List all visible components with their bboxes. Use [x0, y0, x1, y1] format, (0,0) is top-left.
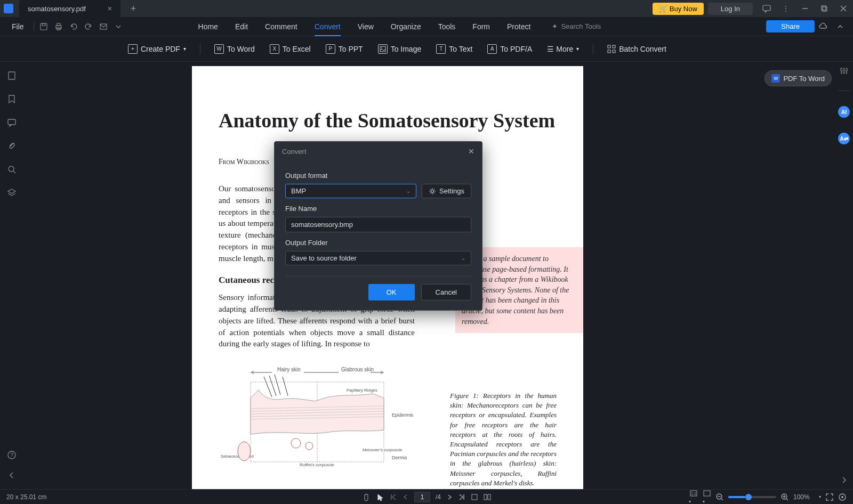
zoom-in-icon[interactable] [780, 493, 789, 501]
zoom-value[interactable]: 100% [793, 493, 815, 501]
menu-tab-comment[interactable]: Comment [256, 17, 306, 36]
ai-icon[interactable]: AI [838, 106, 850, 118]
view-mode1-icon[interactable] [471, 493, 478, 501]
menu-tab-tools[interactable]: Tools [430, 17, 464, 36]
to-word-button[interactable]: W To Word [209, 41, 260, 57]
to-text-button[interactable]: T To Text [431, 41, 478, 57]
attachments-icon[interactable] [6, 141, 17, 151]
help-icon[interactable]: ? [6, 450, 17, 460]
svg-rect-12 [380, 46, 385, 52]
save-icon[interactable] [36, 17, 51, 36]
close-tab-icon[interactable]: × [106, 4, 114, 13]
menu-tab-edit[interactable]: Edit [227, 17, 256, 36]
svg-point-40 [840, 68, 842, 70]
search-tools[interactable]: ✦ Search Tools [552, 22, 601, 30]
login-button[interactable]: Log In [708, 3, 753, 15]
select-tool-icon[interactable] [376, 493, 384, 501]
pdf-to-word-chip[interactable]: W PDF To Word [765, 70, 832, 86]
fit-page-icon[interactable]: ▾ [703, 490, 711, 505]
buy-now-label: Buy Now [670, 5, 697, 13]
page-navigation: /4 [362, 492, 491, 502]
zoom-dropdown-icon[interactable]: ▾ [819, 494, 821, 499]
svg-rect-11 [100, 24, 107, 29]
ok-button[interactable]: OK [368, 284, 415, 300]
svg-rect-46 [484, 494, 487, 500]
zoom-slider[interactable] [728, 496, 776, 498]
first-page-icon[interactable] [390, 493, 397, 501]
share-button[interactable]: Share [766, 20, 815, 32]
menu-tab-form[interactable]: Form [464, 17, 498, 36]
reading-mode-icon[interactable] [838, 493, 847, 501]
output-format-select[interactable]: BMP ⌄ [285, 184, 416, 198]
last-page-icon[interactable] [458, 493, 465, 501]
buy-now-button[interactable]: 🛒 Buy Now [653, 3, 704, 15]
minimize-icon[interactable] [795, 0, 815, 17]
maximize-icon[interactable] [815, 0, 834, 17]
divider [200, 44, 200, 54]
fullscreen-icon[interactable] [825, 493, 834, 501]
feedback-icon[interactable] [757, 0, 776, 17]
menu-tab-convert[interactable]: Convert [306, 17, 349, 36]
settings-button[interactable]: Settings [422, 184, 471, 198]
fig-epidermis: Epidermis [392, 412, 414, 418]
bookmarks-icon[interactable] [6, 94, 17, 104]
next-page-icon[interactable] [446, 494, 453, 500]
file-name-input[interactable] [285, 217, 471, 232]
menu-tab-home[interactable]: Home [190, 17, 227, 36]
to-image-button[interactable]: To Image [373, 41, 427, 57]
dialog-header[interactable]: Convert ✕ [275, 142, 482, 161]
status-bar: 20 x 25.01 cm /4 1:1 ▾ [0, 489, 853, 504]
output-folder-label: Output Folder [285, 239, 471, 247]
batch-convert-button[interactable]: Batch Convert [602, 42, 672, 56]
create-pdf-button[interactable]: + Create PDF ▾ [123, 41, 191, 57]
properties-icon[interactable] [839, 66, 849, 76]
document-tab[interactable]: somatosensory.pdf × [19, 0, 120, 17]
quick-dropdown-icon[interactable] [111, 17, 126, 36]
svg-point-41 [843, 71, 845, 73]
comments-icon[interactable] [6, 117, 17, 128]
redo-icon[interactable] [81, 17, 96, 36]
view-mode2-icon[interactable] [484, 493, 491, 501]
to-word-label: To Word [227, 45, 255, 53]
collapse-left-icon[interactable] [6, 470, 17, 481]
cloud-icon[interactable] [815, 17, 832, 36]
dialog-close-icon[interactable]: ✕ [468, 147, 474, 156]
divider [839, 91, 849, 91]
file-menu[interactable]: File [4, 17, 31, 36]
search-icon[interactable] [6, 164, 17, 175]
layers-icon[interactable] [6, 188, 17, 198]
hand-tool-icon[interactable] [362, 493, 371, 501]
page-input[interactable] [414, 492, 430, 502]
more-button[interactable]: ☰ More ▾ [542, 42, 584, 56]
zoom-out-icon[interactable] [715, 493, 724, 501]
pdf-to-word-label: PDF To Word [783, 75, 825, 83]
output-folder-select[interactable]: Save to source folder ⌄ [285, 251, 471, 265]
close-window-icon[interactable] [834, 0, 853, 17]
print-icon[interactable] [51, 17, 66, 36]
to-ppt-button[interactable]: P To PPT [320, 41, 368, 57]
thumbnails-icon[interactable] [6, 70, 17, 81]
to-excel-label: To Excel [283, 45, 311, 53]
collapse-right-icon[interactable] [840, 476, 848, 484]
tab-title: somatosensory.pdf [28, 5, 86, 13]
email-icon[interactable] [96, 17, 111, 36]
menu-tab-view[interactable]: View [349, 17, 382, 36]
more-icon[interactable]: ⋮ [776, 0, 795, 17]
svg-rect-9 [57, 23, 60, 26]
svg-rect-16 [608, 50, 610, 53]
cancel-button[interactable]: Cancel [421, 284, 471, 300]
undo-icon[interactable] [66, 17, 81, 36]
dialog-title: Convert [282, 148, 307, 156]
fit-width-icon[interactable]: 1:1 ▾ [689, 490, 698, 505]
to-excel-button[interactable]: X To Excel [264, 41, 316, 57]
svg-point-13 [381, 47, 382, 48]
left-sidebar: ? [0, 62, 23, 489]
collapse-ribbon-icon[interactable] [832, 17, 849, 36]
fig-dermis: Dermis [392, 455, 407, 460]
to-pdfa-button[interactable]: A To PDF/A [482, 41, 537, 57]
menu-tab-protect[interactable]: Protect [498, 17, 539, 36]
ai-translate-icon[interactable]: A⇄ [838, 133, 850, 144]
menu-tab-organize[interactable]: Organize [382, 17, 430, 36]
prev-page-icon[interactable] [403, 494, 409, 500]
new-tab-button[interactable]: + [125, 0, 142, 17]
